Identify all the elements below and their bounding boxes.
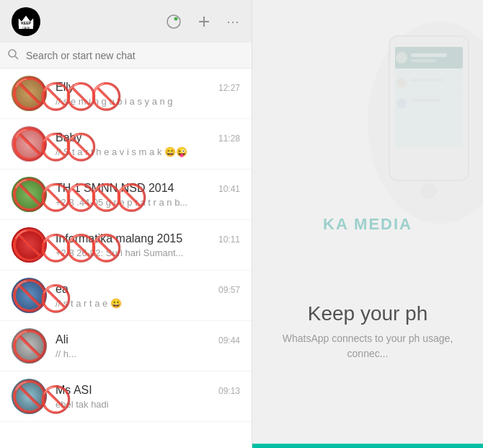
svg-point-6 [167, 15, 180, 28]
chat-item[interactable]: 🚫🚫🚫🚫🚫TH 1 SMNN NSD 201410:41+2.8 .44-05 … [0, 170, 252, 220]
chat-time: 12:27 [218, 83, 240, 93]
chat-preview: // s t a r t a e 😀 [56, 298, 221, 309]
phone-illustration [346, 7, 483, 270]
chat-preview: // h... [56, 348, 221, 359]
chat-avatar: 🚫 [12, 328, 47, 364]
svg-rect-22 [411, 84, 433, 87]
search-input[interactable] [26, 50, 244, 61]
svg-point-7 [174, 17, 178, 20]
blocked-sign: 🚫 [65, 132, 97, 162]
blocked-stack: 🚫🚫🚫🚫 [40, 183, 148, 213]
svg-text:LOSE: LOSE [23, 30, 29, 32]
chat-name: Ali [56, 333, 68, 346]
blocked-sign: 🚫 [40, 284, 72, 314]
blocked-stack: 🚫 [40, 284, 72, 314]
right-panel: KA MEDIA Keep your ph WhatsApp connects … [252, 0, 483, 448]
bottom-bar [252, 444, 483, 448]
svg-point-10 [9, 50, 16, 57]
svg-rect-25 [411, 99, 440, 102]
chat-item[interactable]: 🚫🚫🚫Baby11:28// S t a r t h e a v i s m a… [0, 119, 252, 170]
blocked-stack: 🚫🚫 [40, 132, 97, 162]
blocked-stack: 🚫 [40, 385, 72, 415]
chat-content: Ms ASI09:13ebel tak hadi [56, 384, 240, 410]
search-bar [0, 43, 252, 69]
svg-rect-21 [411, 79, 443, 82]
chat-item[interactable]: 🚫🚫🚫🚫Informatika malang 201510:11+2.8 26-… [0, 220, 252, 271]
blocked-stack: 🚫🚫🚫 [40, 233, 123, 263]
status-icon[interactable] [166, 14, 182, 30]
chat-item[interactable]: 🚫🚫ea09:57// s t a r t a e 😀 [0, 271, 252, 321]
svg-line-11 [15, 56, 18, 59]
chat-time: 09:13 [218, 386, 240, 396]
blocked-sign: 🚫 [90, 82, 123, 112]
chat-content: ea09:57// s t a r t a e 😀 [56, 283, 240, 309]
chat-content: Ali09:44// h... [56, 333, 240, 359]
more-options-icon[interactable]: ⋯ [226, 14, 240, 30]
svg-rect-17 [411, 53, 447, 57]
header-icons: ⋯ [166, 14, 240, 30]
chat-item[interactable]: 🚫🚫🚫🚫Elly12:27// s e m i n g u b i a s y … [0, 69, 252, 119]
svg-point-26 [422, 184, 436, 198]
blocked-sign: 🚫 [90, 233, 123, 263]
svg-point-20 [396, 78, 407, 88]
chat-time: 09:44 [218, 335, 240, 346]
right-panel-text: Keep your ph WhatsApp connects to your p… [252, 302, 483, 361]
avatar[interactable]: KEEP CALM LOSE [12, 7, 40, 36]
left-panel: KEEP CALM LOSE ⋯ [0, 0, 252, 448]
chat-time: 11:28 [218, 133, 240, 144]
chat-time: 10:41 [218, 184, 240, 194]
chat-time: 10:11 [218, 234, 240, 245]
svg-point-24 [396, 98, 407, 108]
blocked-sign: 🚫 [40, 385, 72, 415]
new-chat-icon[interactable] [196, 14, 212, 30]
header: KEEP CALM LOSE ⋯ [0, 0, 252, 43]
blocked-sign: 🚫 [115, 183, 148, 213]
chat-preview: ebel tak hadi [56, 399, 221, 410]
svg-rect-18 [411, 59, 436, 62]
search-icon [7, 48, 19, 62]
svg-rect-19 [395, 72, 463, 73]
chat-list: 🚫🚫🚫🚫Elly12:27// s e m i n g u b i a s y … [0, 69, 252, 448]
right-panel-subtitle: WhatsApp connects to your ph usage, conn… [281, 331, 454, 361]
svg-point-16 [396, 52, 407, 63]
blocked-icon: 🚫 [12, 331, 47, 361]
chat-item[interactable]: 🚫🚫Ms ASI09:13ebel tak hadi [0, 372, 252, 422]
chat-item[interactable]: 🚫Ali09:44// h... [0, 321, 252, 372]
blocked-stack: 🚫🚫🚫 [40, 82, 123, 112]
svg-text:KEEP: KEEP [21, 21, 31, 25]
chat-time: 09:57 [218, 285, 240, 295]
right-panel-title: Keep your ph [281, 302, 454, 325]
svg-rect-23 [395, 92, 463, 93]
